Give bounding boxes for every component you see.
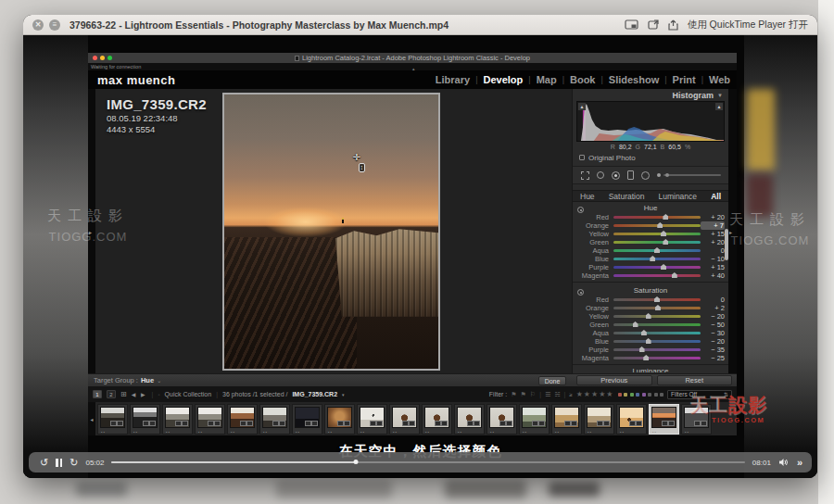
slider-thumb[interactable] <box>646 338 651 344</box>
filmstrip-thumbnail[interactable] <box>292 404 322 435</box>
slider-track[interactable] <box>613 224 701 227</box>
slider-thumb[interactable] <box>654 296 660 302</box>
histogram-header[interactable]: Histogram ▼ <box>573 89 728 100</box>
color-label-dot[interactable] <box>648 393 651 397</box>
star-icon[interactable]: ★ <box>591 390 599 398</box>
filmstrip-thumbnail[interactable] <box>584 404 614 435</box>
star-icon[interactable]: ★ <box>606 390 613 398</box>
slider-track[interactable] <box>613 249 701 252</box>
expand-left-panel-icon[interactable]: ▸ <box>89 228 92 234</box>
filmstrip-thumbnail[interactable] <box>681 404 712 435</box>
spot-removal-icon[interactable] <box>597 171 604 179</box>
color-label-dot[interactable] <box>618 393 622 397</box>
rating-greater-equal-icon[interactable]: ≥ <box>569 392 572 397</box>
chevron-down-icon[interactable]: ⌄ <box>157 377 161 384</box>
edit-status-filter-icon[interactable]: ☰ <box>545 391 550 398</box>
collapse-top-panel-icon[interactable]: ▴ <box>412 66 415 71</box>
filmstrip-thumbnail[interactable] <box>227 404 258 435</box>
red-eye-tool-icon[interactable] <box>612 171 620 180</box>
slider-track[interactable] <box>613 274 701 277</box>
video-frame[interactable]: Lightroom Catalog-2.lrcat - Adobe Photos… <box>23 35 817 478</box>
filmstrip-thumbnail[interactable] <box>486 404 517 435</box>
shadow-clipping-icon[interactable]: ▲ <box>578 103 586 110</box>
color-label-dot[interactable] <box>642 393 646 397</box>
volume-icon[interactable] <box>778 458 790 467</box>
reset-button[interactable]: Reset <box>657 375 733 385</box>
collapse-right-panel-icon[interactable]: ▸ <box>729 228 732 234</box>
slider-thumb[interactable] <box>655 305 661 310</box>
tab-hue[interactable]: Hue <box>580 192 595 201</box>
module-map[interactable]: Map <box>537 74 557 85</box>
slider-track[interactable] <box>613 258 701 260</box>
open-in-window-icon[interactable] <box>648 19 659 30</box>
target-adjustment-icon[interactable] <box>577 289 584 296</box>
slider-track[interactable] <box>613 340 701 343</box>
menu-circle-icon[interactable]: ≡ <box>49 19 60 31</box>
filters-off-dropdown[interactable]: Filters Off ⇅ <box>667 390 732 399</box>
pause-button[interactable] <box>56 459 62 467</box>
module-print[interactable]: Print <box>673 74 696 85</box>
tab-all[interactable]: All <box>711 192 721 201</box>
skip-back-icon[interactable]: ↺ <box>40 458 48 468</box>
left-panel-collapsed[interactable]: ▸ <box>88 89 95 373</box>
filmstrip-thumbnail[interactable] <box>130 404 160 435</box>
module-develop[interactable]: Develop <box>483 74 523 85</box>
edit-status-filter-icon[interactable]: ☵ <box>554 391 560 398</box>
filmstrip-thumbnail-selected[interactable] <box>649 404 679 435</box>
slider-track[interactable] <box>613 233 701 235</box>
tab-luminance[interactable]: Luminance <box>658 192 697 201</box>
module-slideshow[interactable]: Slideshow <box>609 74 659 85</box>
slider-thumb[interactable] <box>661 231 666 236</box>
slider-thumb[interactable] <box>657 222 663 228</box>
module-web[interactable]: Web <box>709 74 730 85</box>
filmstrip-thumbnail[interactable] <box>389 404 420 435</box>
filmstrip-thumbnail[interactable] <box>422 404 452 435</box>
adjustment-brush-icon[interactable] <box>657 173 728 177</box>
slider-track[interactable] <box>613 216 701 219</box>
flag-pick-icon[interactable]: ⚑ <box>511 391 516 398</box>
slider-track[interactable] <box>613 307 701 309</box>
filmstrip-thumbnail[interactable] <box>324 404 355 435</box>
filmstrip-thumbnail[interactable] <box>616 404 647 435</box>
slider-thumb[interactable] <box>646 313 651 319</box>
filmstrip-thumbnail[interactable] <box>519 404 550 435</box>
histogram-chart[interactable]: ▲ ▲ <box>576 101 725 142</box>
share-icon[interactable] <box>668 19 678 31</box>
radial-filter-icon[interactable] <box>641 171 650 180</box>
module-book[interactable]: Book <box>570 74 596 85</box>
filmstrip-thumbnail[interactable] <box>551 404 582 435</box>
close-circle-icon[interactable]: ✕ <box>32 19 44 31</box>
slider-thumb[interactable] <box>654 247 660 253</box>
main-window-button[interactable]: 1 <box>93 390 102 398</box>
color-label-dot[interactable] <box>660 393 663 397</box>
target-adjustment-icon[interactable] <box>577 207 584 213</box>
right-panel-edge[interactable]: ▸ <box>728 89 737 373</box>
filmstrip-thumbnail[interactable] <box>259 404 290 435</box>
done-button[interactable]: Done <box>538 376 566 385</box>
quick-collection-label[interactable]: Quick Collection <box>165 391 212 397</box>
panel-scrollbar[interactable] <box>725 229 728 260</box>
slider-thumb[interactable] <box>663 239 668 245</box>
current-file-name[interactable]: IMG_7359.CR2 <box>292 391 337 397</box>
slider-thumb[interactable] <box>641 330 647 335</box>
chevron-down-icon[interactable]: ▾ <box>342 392 345 397</box>
slider-thumb[interactable] <box>661 264 666 270</box>
filmstrip-thumbnail[interactable] <box>454 404 485 435</box>
slider-thumb[interactable] <box>639 346 645 352</box>
filmstrip-thumbnail[interactable] <box>195 404 225 435</box>
highlight-clipping-icon[interactable]: ▲ <box>715 103 723 110</box>
fast-forward-icon[interactable]: » <box>797 457 801 468</box>
filmstrip-thumbnail[interactable] <box>97 404 128 435</box>
filmstrip-thumbnail[interactable] <box>162 404 193 435</box>
main-photo[interactable]: ✛↕ <box>222 93 440 371</box>
filmstrip-thumbnail[interactable] <box>357 404 387 435</box>
previous-button[interactable]: Previous <box>576 375 652 385</box>
pip-icon[interactable] <box>625 19 638 30</box>
color-label-dot[interactable] <box>636 393 639 397</box>
slider-thumb[interactable] <box>650 256 655 261</box>
progress-bar[interactable] <box>111 461 744 464</box>
crop-tool-icon[interactable] <box>581 171 589 180</box>
slider-track[interactable] <box>613 266 701 269</box>
slider-track[interactable] <box>613 323 701 326</box>
color-label-dot[interactable] <box>654 393 658 397</box>
